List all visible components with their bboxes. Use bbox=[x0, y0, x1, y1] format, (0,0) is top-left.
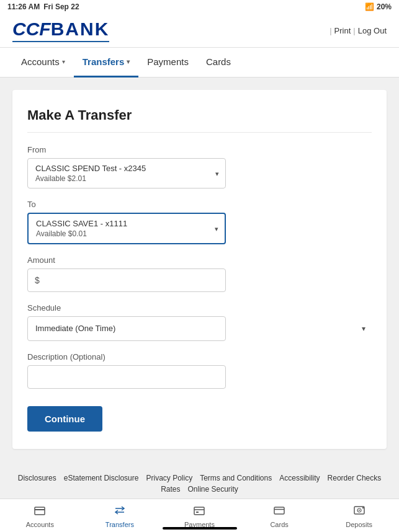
header-sep1: | bbox=[330, 26, 331, 35]
header-sep2: | bbox=[353, 26, 355, 35]
deposits-tab-icon bbox=[353, 504, 365, 520]
amount-input[interactable] bbox=[27, 268, 226, 292]
logo-ccf: CCF bbox=[12, 19, 51, 40]
tab-transfers-label: Transfers bbox=[105, 521, 134, 528]
from-dropdown-arrow: ▾ bbox=[215, 169, 219, 177]
to-group: To CLASSIC SAVE1 - x1111 Available $0.01… bbox=[27, 200, 372, 244]
amount-label: Amount bbox=[27, 255, 372, 265]
schedule-wrapper: Immediate (One Time) Scheduled Recurring… bbox=[27, 316, 372, 341]
nav-item-cards[interactable]: Cards bbox=[197, 48, 240, 78]
tab-bar: Accounts Transfers Payments bbox=[0, 499, 399, 532]
logout-link[interactable]: Log Out bbox=[358, 26, 387, 35]
schedule-group: Schedule Immediate (One Time) Scheduled … bbox=[27, 303, 372, 341]
battery-display: 20% bbox=[377, 2, 392, 11]
time-display: 11:26 AM bbox=[7, 2, 40, 11]
nav-item-payments[interactable]: Payments bbox=[138, 48, 197, 78]
nav-cards-label: Cards bbox=[206, 56, 231, 67]
home-indicator bbox=[163, 527, 237, 530]
main-nav: Accounts ▾ Transfers ▾ Payments Cards bbox=[0, 48, 399, 78]
wifi-icon: 📶 bbox=[365, 2, 374, 11]
schedule-arrow: ▾ bbox=[362, 324, 365, 333]
date-display: Fri Sep 22 bbox=[43, 2, 79, 11]
tab-accounts[interactable]: Accounts bbox=[0, 499, 80, 532]
to-account-available: Available $0.01 bbox=[36, 229, 202, 238]
description-label: Description (Optional) bbox=[27, 352, 372, 361]
transfer-card: Make A Transfer From CLASSIC SPEND Test … bbox=[12, 90, 387, 449]
logo-bank: BANK bbox=[51, 19, 110, 40]
from-label: From bbox=[27, 145, 372, 154]
logo: CCFBANK bbox=[12, 19, 109, 42]
nav-item-accounts[interactable]: Accounts ▾ bbox=[12, 48, 74, 78]
nav-payments-label: Payments bbox=[147, 56, 189, 67]
tab-deposits-label: Deposits bbox=[346, 521, 372, 528]
transfers-tab-icon bbox=[114, 504, 126, 520]
main-content: Make A Transfer From CLASSIC SPEND Test … bbox=[0, 78, 399, 461]
footer-link-security[interactable]: Online Security bbox=[187, 485, 238, 494]
svg-point-12 bbox=[362, 507, 363, 508]
from-group: From CLASSIC SPEND Test - x2345 Availabl… bbox=[27, 145, 372, 188]
footer-link-privacy[interactable]: Privacy Policy bbox=[146, 474, 192, 482]
description-input[interactable] bbox=[27, 365, 226, 389]
nav-transfers-label: Transfers bbox=[83, 56, 125, 67]
footer-link-accessibility[interactable]: Accessibility bbox=[279, 474, 320, 482]
to-label: To bbox=[27, 200, 372, 209]
header-links: | Print | Log Out bbox=[330, 26, 387, 35]
footer-link-estatement[interactable]: eStatement Disclosure bbox=[64, 474, 139, 482]
tab-transfers[interactable]: Transfers bbox=[80, 499, 160, 532]
amount-prefix-symbol: $ bbox=[35, 275, 40, 285]
to-account-selector[interactable]: CLASSIC SAVE1 - x1111 Available $0.01 ▾ bbox=[27, 213, 226, 244]
payments-tab-icon bbox=[193, 504, 205, 520]
footer-link-terms[interactable]: Terms and Conditions bbox=[200, 474, 272, 482]
svg-point-11 bbox=[359, 510, 360, 511]
schedule-select[interactable]: Immediate (One Time) Scheduled Recurring bbox=[27, 316, 226, 341]
cards-tab-icon bbox=[273, 504, 285, 520]
continue-button[interactable]: Continue bbox=[27, 406, 102, 432]
tab-accounts-label: Accounts bbox=[26, 521, 54, 528]
svg-rect-1 bbox=[35, 509, 45, 510]
schedule-label: Schedule bbox=[27, 303, 372, 313]
nav-transfers-chevron: ▾ bbox=[127, 58, 130, 65]
to-dropdown-arrow: ▾ bbox=[215, 224, 218, 233]
logo-underline bbox=[12, 41, 109, 42]
header: CCFBANK | Print | Log Out bbox=[0, 14, 399, 48]
status-bar: 11:26 AM Fri Sep 22 📶 20% bbox=[0, 0, 399, 14]
to-account-name: CLASSIC SAVE1 - x1111 bbox=[36, 219, 202, 228]
tab-cards-label: Cards bbox=[270, 521, 288, 528]
nav-item-transfers[interactable]: Transfers ▾ bbox=[74, 48, 139, 78]
svg-rect-6 bbox=[196, 512, 199, 513]
svg-rect-4 bbox=[194, 507, 204, 515]
print-link[interactable]: Print bbox=[334, 26, 351, 35]
amount-group: Amount $ bbox=[27, 255, 372, 292]
description-group: Description (Optional) bbox=[27, 352, 372, 389]
svg-rect-0 bbox=[35, 507, 45, 515]
page-title: Make A Transfer bbox=[27, 107, 372, 133]
footer-link-rates[interactable]: Rates bbox=[161, 485, 180, 494]
amount-wrapper: $ bbox=[27, 268, 226, 292]
tab-cards[interactable]: Cards bbox=[240, 499, 320, 532]
tab-deposits[interactable]: Deposits bbox=[319, 499, 399, 532]
nav-accounts-chevron: ▾ bbox=[62, 58, 65, 65]
from-account-name: CLASSIC SPEND Test - x2345 bbox=[35, 164, 203, 173]
from-account-available: Available $2.01 bbox=[35, 174, 203, 183]
accounts-tab-icon bbox=[34, 504, 46, 520]
footer-link-disclosures[interactable]: Disclosures bbox=[18, 474, 56, 482]
footer-link-reorder[interactable]: Reorder Checks bbox=[328, 474, 382, 482]
from-account-selector[interactable]: CLASSIC SPEND Test - x2345 Available $2.… bbox=[27, 158, 226, 188]
footer-links: Disclosures eStatement Disclosure Privac… bbox=[10, 474, 389, 494]
nav-accounts-label: Accounts bbox=[21, 56, 60, 67]
svg-rect-7 bbox=[274, 507, 284, 514]
